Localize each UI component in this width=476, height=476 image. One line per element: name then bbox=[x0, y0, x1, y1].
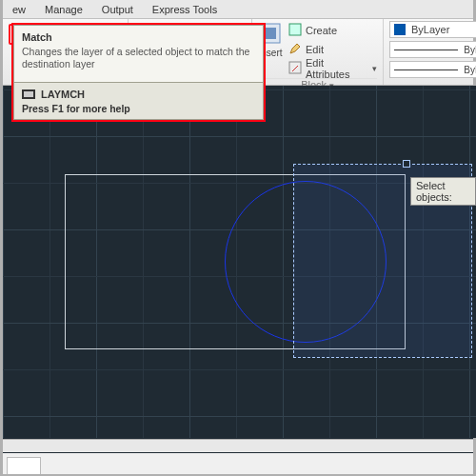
edit-icon bbox=[288, 42, 302, 57]
tab-express-tools[interactable]: Express Tools bbox=[143, 1, 227, 18]
chevron-down-icon[interactable]: ▾ bbox=[372, 64, 377, 73]
linetype-dropdown[interactable]: ByLayer bbox=[389, 41, 476, 58]
edit-attributes-button[interactable]: Edit Attributes▾ bbox=[288, 59, 377, 78]
tooltip-description: Changes the layer of a selected object t… bbox=[22, 46, 255, 70]
edit-attributes-label: Edit Attributes bbox=[306, 57, 368, 80]
create-icon bbox=[288, 23, 302, 38]
tooltip-help: Press F1 for more help bbox=[22, 103, 255, 114]
tab-output[interactable]: Output bbox=[92, 1, 143, 18]
layout-tabstrip bbox=[3, 453, 473, 474]
layout-tab[interactable] bbox=[7, 457, 41, 474]
block-panel: Insert Create Edit Edit Attributes▾ Bloc… bbox=[252, 19, 384, 85]
svg-rect-15 bbox=[24, 91, 33, 97]
color-value: ByLayer bbox=[411, 24, 449, 35]
horizontal-scrollbar[interactable] bbox=[3, 439, 473, 452]
linetype-value: ByLayer bbox=[464, 45, 476, 55]
edit-attributes-icon bbox=[288, 61, 302, 76]
line-preview bbox=[394, 69, 458, 70]
drawing-canvas[interactable]: // handled below after data script for s… bbox=[3, 86, 476, 438]
svg-rect-11 bbox=[265, 28, 276, 39]
edit-label: Edit bbox=[306, 44, 324, 55]
command-prompt: Select objects: bbox=[410, 177, 476, 206]
tooltip-command: LAYMCH bbox=[22, 88, 255, 101]
create-label: Create bbox=[306, 25, 337, 36]
svg-rect-12 bbox=[289, 24, 301, 35]
ribbon-tabs: ew Manage Output Express Tools bbox=[3, 0, 473, 19]
create-block-button[interactable]: Create bbox=[288, 21, 377, 40]
tab-view[interactable]: ew bbox=[3, 1, 35, 18]
color-swatch bbox=[394, 24, 406, 35]
command-icon bbox=[22, 88, 35, 101]
color-dropdown[interactable]: ByLayer bbox=[389, 21, 476, 38]
tooltip-command-text: LAYMCH bbox=[41, 89, 85, 100]
lineweight-dropdown[interactable]: ByLayer bbox=[389, 61, 476, 78]
svg-rect-13 bbox=[289, 62, 301, 73]
tab-manage[interactable]: Manage bbox=[35, 1, 92, 18]
tooltip-title: Match bbox=[22, 31, 255, 43]
edit-block-button[interactable]: Edit bbox=[288, 40, 377, 59]
selection-grip[interactable] bbox=[403, 160, 410, 168]
lineweight-value: ByLayer bbox=[464, 65, 476, 75]
line-preview bbox=[394, 50, 458, 50]
properties-panel: ByLayer ByLayer ByLayer bbox=[384, 19, 476, 85]
tooltip: Match Changes the layer of a selected ob… bbox=[11, 23, 266, 122]
